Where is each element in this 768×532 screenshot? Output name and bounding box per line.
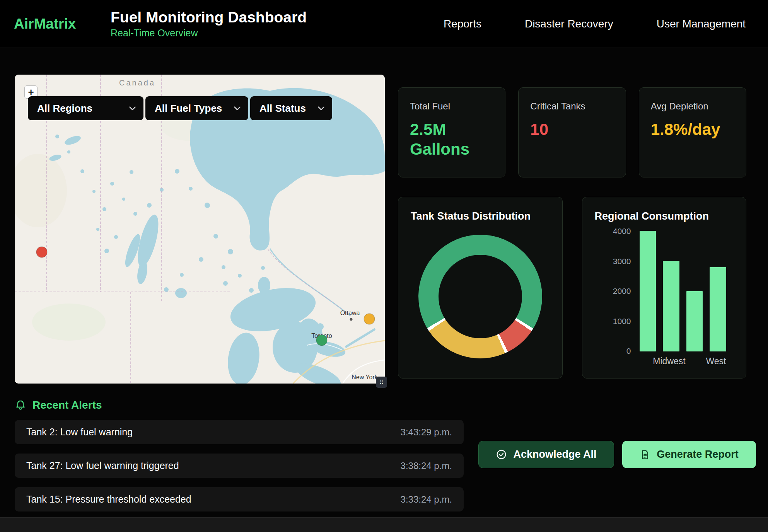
main-nav: Reports Disaster Recovery User Managemen… bbox=[444, 18, 746, 30]
total-fuel-card: Total Fuel 2.5M Gallons bbox=[398, 87, 505, 177]
stat-label: Total Fuel bbox=[410, 101, 493, 112]
bar-chart-y-axis: 4000 3000 2000 1000 0 bbox=[613, 227, 637, 356]
bar-chart-plot: Midwest West bbox=[637, 231, 729, 367]
alert-timestamp: 3:38:24 p.m. bbox=[401, 460, 452, 471]
bar-region-1 bbox=[640, 231, 656, 351]
chevron-down-icon bbox=[318, 106, 324, 111]
alert-row[interactable]: Tank 2: Low fuel warning 3:43:29 p.m. bbox=[15, 420, 464, 444]
app-logo[interactable]: AirMatrix bbox=[14, 16, 111, 32]
bell-icon bbox=[15, 399, 26, 411]
normal-tank-marker[interactable] bbox=[316, 335, 327, 346]
right-column: Total Fuel 2.5M Gallons Critical Tanks 1… bbox=[398, 75, 746, 379]
y-tick: 4000 bbox=[613, 227, 631, 236]
page-subtitle: Real-Time Overview bbox=[111, 27, 307, 39]
bar-chart-x-axis: Midwest West bbox=[637, 356, 729, 367]
alert-message: Tank 15: Pressure threshold exceeded bbox=[26, 494, 191, 505]
total-fuel-value: 2.5M Gallons bbox=[410, 119, 487, 159]
bar-region-4 bbox=[710, 267, 726, 351]
x-tick bbox=[640, 356, 646, 367]
map-canvas[interactable]: Canada Ottawa Toronto New York bbox=[15, 75, 385, 384]
map-resize-handle[interactable]: ⠿ bbox=[376, 377, 387, 388]
region-filter-dropdown[interactable]: All Regions bbox=[28, 96, 143, 120]
stat-label: Avg Depletion bbox=[651, 101, 734, 112]
check-circle-icon bbox=[496, 449, 507, 460]
tank-status-card: Tank Status Distribution bbox=[398, 197, 563, 379]
acknowledge-all-label: Acknowledge All bbox=[513, 448, 596, 460]
x-tick: Midwest bbox=[653, 356, 685, 367]
alert-message: Tank 2: Low fuel warning bbox=[26, 426, 133, 438]
chevron-down-icon bbox=[234, 106, 241, 111]
nav-reports[interactable]: Reports bbox=[444, 18, 481, 30]
map-graphic: Canada Ottawa Toronto New York bbox=[15, 75, 385, 384]
status-filter-label: All Status bbox=[259, 102, 306, 114]
map-filter-bar: All Regions All Fuel Types All Status bbox=[28, 96, 332, 120]
map-label-ottawa: Ottawa bbox=[340, 310, 360, 316]
critical-tank-marker[interactable] bbox=[36, 247, 47, 257]
critical-tanks-value: 10 bbox=[530, 119, 608, 139]
bar-region-2 bbox=[663, 261, 679, 351]
alert-timestamp: 3:43:29 p.m. bbox=[401, 427, 452, 438]
document-icon bbox=[640, 449, 650, 460]
critical-tanks-card: Critical Tanks 10 bbox=[518, 87, 626, 177]
bar-chart: 4000 3000 2000 1000 0 bbox=[595, 231, 734, 367]
alert-row[interactable]: Tank 27: Low fuel warning triggered 3:38… bbox=[15, 454, 464, 478]
alert-timestamp: 3:33:24 p.m. bbox=[401, 494, 452, 505]
ottawa-town-dot bbox=[350, 318, 353, 321]
alerts-heading-label: Recent Alerts bbox=[32, 399, 102, 411]
stat-cards: Total Fuel 2.5M Gallons Critical Tanks 1… bbox=[398, 87, 746, 177]
alert-message: Tank 27: Low fuel warning triggered bbox=[26, 460, 179, 471]
map-panel: Canada Ottawa Toronto New York + All Reg… bbox=[15, 75, 385, 384]
donut-chart bbox=[418, 235, 542, 358]
main-content: Canada Ottawa Toronto New York + All Reg… bbox=[0, 48, 768, 384]
map-label-canada: Canada bbox=[119, 78, 155, 87]
x-tick: West bbox=[706, 356, 726, 367]
nav-user-management[interactable]: User Management bbox=[657, 18, 746, 30]
status-filter-dropdown[interactable]: All Status bbox=[250, 96, 332, 120]
header: AirMatrix Fuel Monitoring Dashboard Real… bbox=[0, 0, 768, 48]
chart-cards: Tank Status Distribution Regional Consum… bbox=[398, 197, 746, 379]
warning-tank-marker[interactable] bbox=[364, 314, 375, 324]
generate-report-label: Generate Report bbox=[657, 448, 739, 460]
fuel-type-filter-dropdown[interactable]: All Fuel Types bbox=[145, 96, 248, 120]
map-label-new-york: New York bbox=[352, 374, 378, 380]
y-tick: 1000 bbox=[613, 317, 631, 326]
y-tick: 3000 bbox=[613, 257, 631, 266]
nav-disaster-recovery[interactable]: Disaster Recovery bbox=[525, 18, 613, 30]
region-filter-label: All Regions bbox=[37, 102, 92, 114]
x-tick bbox=[693, 356, 699, 367]
y-tick: 2000 bbox=[613, 286, 631, 296]
regional-consumption-card: Regional Consumption 4000 3000 2000 1000… bbox=[582, 197, 747, 379]
donut-chart-title: Tank Status Distribution bbox=[411, 210, 550, 222]
bar-region-3 bbox=[686, 291, 703, 351]
stat-label: Critical Tanks bbox=[530, 101, 614, 112]
page-title: Fuel Monitoring Dashboard bbox=[111, 9, 307, 26]
chevron-down-icon bbox=[129, 106, 136, 111]
avg-depletion-value: 1.8%/day bbox=[651, 119, 728, 139]
y-tick: 0 bbox=[626, 346, 631, 356]
alerts-heading: Recent Alerts bbox=[15, 398, 768, 412]
recent-alerts-section: Recent Alerts Tank 2: Low fuel warning 3… bbox=[0, 384, 768, 512]
acknowledge-all-button[interactable]: Acknowledge All bbox=[478, 441, 614, 468]
fuel-monitoring-dashboard: AirMatrix Fuel Monitoring Dashboard Real… bbox=[0, 0, 768, 532]
title-block: Fuel Monitoring Dashboard Real-Time Over… bbox=[111, 9, 307, 39]
avg-depletion-card: Avg Depletion 1.8%/day bbox=[639, 87, 746, 177]
bar-chart-title: Regional Consumption bbox=[595, 210, 734, 222]
bottom-bar bbox=[0, 517, 768, 532]
generate-report-button[interactable]: Generate Report bbox=[622, 441, 756, 468]
alert-row[interactable]: Tank 15: Pressure threshold exceeded 3:3… bbox=[15, 487, 464, 512]
fuel-type-filter-label: All Fuel Types bbox=[155, 102, 222, 114]
